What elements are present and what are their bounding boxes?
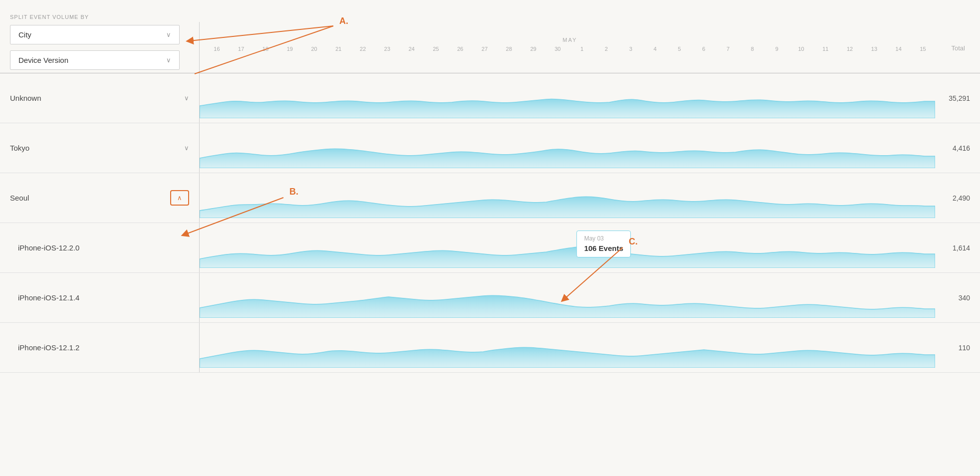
row-iphone1212-label: iPhone-iOS-12.1.2 [18, 343, 189, 352]
date-may2: 2 [594, 46, 619, 54]
date-16: 16 [205, 46, 229, 54]
date-axis: MAY 16 17 18 19 20 21 22 23 24 25 26 27 [205, 37, 935, 54]
left-panel: City ∨ Device Version ∨ [0, 22, 200, 73]
main-layout: City ∨ Device Version ∨ MAY 16 17 [0, 22, 980, 73]
row-iphone1214-right: 340 [200, 273, 980, 322]
row-tokyo-right: 4,416 [200, 123, 980, 173]
date-29: 29 [521, 46, 545, 54]
date-may15: 15 [911, 46, 935, 54]
device-dropdown-chevron: ∨ [166, 56, 171, 64]
city-dropdown-label: City [18, 30, 31, 39]
tooltip-date: May 03 [584, 234, 623, 243]
row-seoul-right: 2,490 [200, 173, 980, 223]
row-iphone1214-chart [200, 278, 935, 318]
main-container: A. B. C. SPLIT EVENT VOLUME BY City ∨ [0, 0, 980, 476]
total-header-label: Total [935, 44, 975, 54]
tooltip-events: 106 Events [584, 243, 623, 254]
date-labels-row: 16 17 18 19 20 21 22 23 24 25 26 27 28 2… [205, 46, 935, 54]
date-may7: 7 [716, 46, 740, 54]
row-seoul-left: Seoul ∧ [0, 173, 200, 223]
row-tokyo-left: Tokyo ∨ [0, 123, 200, 173]
date-may14: 14 [886, 46, 911, 54]
date-27: 27 [473, 46, 497, 54]
unknown-sparkline [200, 78, 935, 118]
row-iphone1212-right: 110 [200, 323, 980, 372]
date-may3: 3 [619, 46, 643, 54]
row-unknown-chevron[interactable]: ∨ [184, 94, 189, 102]
date-17: 17 [229, 46, 253, 54]
row-iphone1214: iPhone-iOS-12.1.4 340 [0, 273, 980, 323]
date-may13: 13 [862, 46, 887, 54]
iphone1212-sparkline [200, 328, 935, 368]
row-unknown-left: Unknown ∨ [0, 73, 200, 123]
city-dropdown-chevron: ∨ [166, 31, 171, 38]
date-23: 23 [375, 46, 400, 54]
row-unknown-right: 35,291 [200, 73, 980, 123]
right-panel-header: MAY 16 17 18 19 20 21 22 23 24 25 26 27 [200, 22, 980, 73]
date-may12: 12 [838, 46, 862, 54]
row-unknown-total: 35,291 [935, 94, 980, 102]
row-iphone1220-total: 1,614 [935, 244, 980, 252]
date-may10: 10 [789, 46, 813, 54]
split-label: SPLIT EVENT VOLUME BY [0, 10, 980, 22]
tooltip-box: May 03 106 Events [577, 231, 631, 258]
row-seoul-chevron: ∧ [177, 194, 182, 202]
row-seoul-total: 2,490 [935, 194, 980, 202]
row-iphone1214-total: 340 [935, 294, 980, 302]
iphone1220-sparkline [200, 228, 935, 268]
date-21: 21 [326, 46, 351, 54]
date-30: 30 [545, 46, 570, 54]
date-may8: 8 [740, 46, 765, 54]
date-may6: 6 [692, 46, 716, 54]
row-iphone1212-chart [200, 328, 935, 368]
row-seoul: Seoul ∧ 2,490 [0, 173, 980, 223]
date-24: 24 [399, 46, 424, 54]
row-iphone1220-right: May 03 106 Events 1,614 [200, 223, 980, 272]
row-seoul-chart [200, 178, 935, 218]
row-unknown-chart [200, 78, 935, 118]
device-dropdown-wrapper: Device Version ∨ [0, 47, 199, 73]
row-iphone1220: iPhone-iOS-12.2.0 May 03 106 Events 1,61… [0, 223, 980, 273]
row-iphone1212: iPhone-iOS-12.1.2 110 [0, 323, 980, 373]
device-dropdown[interactable]: Device Version ∨ [10, 50, 180, 70]
row-tokyo-chevron[interactable]: ∨ [184, 144, 189, 152]
date-18: 18 [253, 46, 278, 54]
tokyo-sparkline [200, 128, 935, 168]
row-tokyo-chart [200, 128, 935, 168]
date-20: 20 [302, 46, 326, 54]
date-22: 22 [351, 46, 375, 54]
row-tokyo-label: Tokyo [10, 144, 184, 152]
row-tokyo: Tokyo ∨ 4,416 [0, 123, 980, 173]
row-iphone1220-chart: May 03 106 Events [200, 228, 935, 268]
date-28: 28 [497, 46, 521, 54]
row-iphone1214-left: iPhone-iOS-12.1.4 [0, 273, 200, 322]
date-may9: 9 [764, 46, 789, 54]
date-may11: 11 [813, 46, 838, 54]
city-dropdown[interactable]: City ∨ [10, 25, 180, 44]
date-26: 26 [448, 46, 473, 54]
date-may5: 5 [667, 46, 692, 54]
city-dropdown-wrapper: City ∨ [0, 22, 199, 47]
row-unknown: Unknown ∨ 35,291 [0, 73, 980, 123]
may-label: MAY [562, 37, 577, 43]
row-iphone1220-label: iPhone-iOS-12.2.0 [18, 243, 189, 252]
iphone1214-sparkline [200, 278, 935, 318]
date-may4: 4 [643, 46, 667, 54]
row-iphone1214-label: iPhone-iOS-12.1.4 [18, 293, 189, 302]
date-19: 19 [277, 46, 302, 54]
row-iphone1220-left: iPhone-iOS-12.2.0 [0, 223, 200, 272]
row-iphone1212-total: 110 [935, 344, 980, 352]
row-tokyo-total: 4,416 [935, 144, 980, 152]
date-25: 25 [424, 46, 448, 54]
row-iphone1212-left: iPhone-iOS-12.1.2 [0, 323, 200, 372]
row-unknown-label: Unknown [10, 94, 184, 102]
row-seoul-chevron-box[interactable]: ∧ [170, 190, 189, 206]
seoul-sparkline [200, 178, 935, 218]
date-may1: 1 [570, 46, 594, 54]
row-seoul-label: Seoul [10, 194, 170, 202]
device-dropdown-label: Device Version [18, 56, 68, 64]
